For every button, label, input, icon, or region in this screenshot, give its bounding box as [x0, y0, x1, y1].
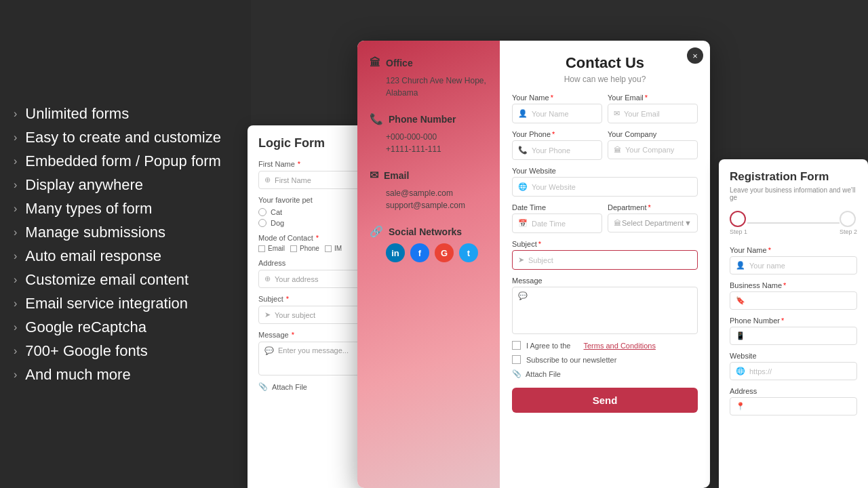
- feature-item: ›Embedded form / Popup form: [14, 152, 237, 170]
- modal-subtitle: How can we help you?: [512, 75, 698, 84]
- chevron-icon: ›: [14, 226, 17, 239]
- feature-label: Google reCaptcha: [25, 319, 146, 336]
- office-title: 🏛 Office: [370, 57, 488, 69]
- message-group: Message 💬: [512, 277, 698, 334]
- feature-item: ›Google reCaptcha: [14, 319, 237, 336]
- newsletter-row: Subscribe to our newsletter: [512, 355, 698, 364]
- social-title: 🔗 Social Networks: [370, 225, 488, 238]
- website-label: Your Website: [512, 167, 698, 175]
- feature-item: ›Auto email response: [14, 247, 237, 265]
- website-input[interactable]: 🌐 Your Website: [512, 177, 698, 197]
- feature-label: Display anywhere: [25, 176, 143, 194]
- lf-message-input[interactable]: 💬 Enter you message...: [258, 342, 372, 375]
- lf-attach-row[interactable]: 📎 Attach File: [258, 382, 372, 391]
- attach-row[interactable]: 📎 Attach File: [512, 369, 698, 378]
- facebook-button[interactable]: f: [410, 243, 429, 262]
- terms-link[interactable]: Terms and Conditions: [584, 342, 656, 350]
- lf-pet-options: Cat Dog: [258, 208, 372, 227]
- phone-input[interactable]: 📞 Your Phone: [512, 140, 602, 160]
- linkedin-button[interactable]: in: [386, 243, 405, 262]
- lf-checkbox-phone[interactable]: Phone: [290, 245, 319, 252]
- social-icon: 🔗: [370, 225, 383, 238]
- chevron-icon: ›: [14, 345, 17, 357]
- lf-checkbox-im[interactable]: IM: [325, 245, 342, 252]
- lf-firstname-input[interactable]: ⊕ First Name: [258, 171, 372, 189]
- feature-label: And much more: [25, 366, 130, 384]
- feature-item: ›Easy to create and customize: [14, 129, 237, 146]
- lf-firstname-label: First Name*: [258, 160, 372, 168]
- phone-label: Your Phone *: [512, 130, 602, 138]
- feature-item: ›Display anywhere: [14, 176, 237, 194]
- attach-label: Attach File: [526, 370, 561, 378]
- reg-address-label: Address: [730, 387, 857, 395]
- phone-section: 📞 Phone Number +000-000-000+1111-111-111: [370, 113, 488, 155]
- feature-label: Customize email content: [25, 271, 189, 289]
- lf-subject-label: Subject*: [258, 295, 372, 303]
- step1-label: Step 1: [730, 228, 747, 235]
- reg-name-label: Your Name *: [730, 246, 857, 254]
- name-group: Your Name * 👤 Your Name: [512, 94, 602, 123]
- reg-subtitle: Leave your business information and we'l…: [730, 186, 857, 201]
- subject-label: Subject *: [512, 240, 698, 248]
- modal-right-panel: Contact Us How can we help you? Your Nam…: [500, 41, 710, 488]
- phone-group: Your Phone * 📞 Your Phone: [512, 130, 602, 160]
- reg-phone-input[interactable]: 📱: [730, 327, 857, 345]
- feature-item: ›700+ Google fonts: [14, 342, 237, 360]
- chevron-icon: ›: [14, 179, 17, 191]
- newsletter-label: Subscribe to our newsletter: [526, 356, 616, 364]
- chevron-icon: ›: [14, 131, 17, 144]
- message-label: Message: [512, 277, 698, 285]
- email-label: Your Email *: [608, 94, 698, 102]
- email-icon: ✉: [370, 169, 378, 182]
- email-section: ✉ Email sale@sample.comsupport@sample.co…: [370, 169, 488, 211]
- feature-label: Embedded form / Popup form: [25, 152, 221, 170]
- company-input[interactable]: 🏛 Your Company: [608, 140, 698, 159]
- terms-row: I Agree to the Terms and Conditions: [512, 341, 698, 350]
- datetime-label: Date Time: [512, 203, 602, 211]
- reg-address-input[interactable]: 📍: [730, 397, 857, 415]
- reg-biz-input[interactable]: 🔖: [730, 291, 857, 310]
- lf-address-input[interactable]: ⊕ Your address: [258, 270, 372, 288]
- lf-radio-dog[interactable]: Dog: [258, 219, 372, 227]
- chevron-icon: ›: [14, 298, 17, 310]
- datetime-dept-row: Date Time 📅 Date Time Department * 🏛 Sel…: [512, 203, 698, 233]
- phone-icon: 📞: [370, 113, 383, 125]
- email-group: Your Email * ✉ Your Email: [608, 94, 698, 123]
- message-input[interactable]: 💬: [512, 287, 698, 334]
- phone-company-row: Your Phone * 📞 Your Phone Your Company 🏛…: [512, 130, 698, 160]
- message-row: Message 💬: [512, 277, 698, 334]
- google-button[interactable]: G: [435, 243, 454, 262]
- lf-checkbox-email[interactable]: Email: [258, 245, 285, 252]
- company-group: Your Company 🏛 Your Company: [608, 130, 698, 160]
- chevron-icon: ›: [14, 274, 17, 286]
- phone-numbers: +000-000-000+1111-111-111: [386, 131, 488, 155]
- twitter-button[interactable]: t: [459, 243, 478, 262]
- subject-input[interactable]: ➤ Subject: [512, 250, 698, 270]
- reg-name-input[interactable]: 👤 Your name: [730, 256, 857, 274]
- lf-message-label: Message*: [258, 331, 372, 339]
- email-input[interactable]: ✉ Your Email: [608, 104, 698, 123]
- name-input[interactable]: 👤 Your Name: [512, 104, 602, 123]
- reg-steps: Step 1 Step 2: [730, 211, 857, 235]
- dept-select[interactable]: 🏛 Select Department ▼: [608, 214, 698, 232]
- terms-checkbox[interactable]: [512, 341, 521, 350]
- steps-container: Step 1 Step 2: [730, 211, 857, 235]
- newsletter-checkbox[interactable]: [512, 355, 521, 364]
- office-icon: 🏛: [370, 57, 380, 69]
- datetime-input[interactable]: 📅 Date Time: [512, 214, 602, 233]
- contact-modal: × 🏛 Office 123 Church Ave New Hope, Alab…: [357, 41, 710, 488]
- phone-title: 📞 Phone Number: [370, 113, 488, 125]
- lf-pet-label: Your favorite pet: [258, 196, 372, 204]
- feature-label: Unlimited forms: [25, 105, 129, 123]
- left-panel: ›Unlimited forms›Easy to create and cust…: [0, 0, 251, 488]
- reg-website-label: Website: [730, 352, 857, 360]
- name-email-row: Your Name * 👤 Your Name Your Email * ✉ Y…: [512, 94, 698, 123]
- social-section: 🔗 Social Networks in f G t: [370, 225, 488, 262]
- modal-close-button[interactable]: ×: [687, 47, 703, 64]
- reg-website-input[interactable]: 🌐 https://: [730, 362, 857, 380]
- office-section: 🏛 Office 123 Church Ave New Hope, Alabam…: [370, 57, 488, 99]
- lf-mode-checkboxes: Email Phone IM: [258, 245, 372, 252]
- lf-radio-cat[interactable]: Cat: [258, 208, 372, 216]
- send-button[interactable]: Send: [512, 388, 698, 413]
- lf-subject-input[interactable]: ➤ Your subject: [258, 306, 372, 324]
